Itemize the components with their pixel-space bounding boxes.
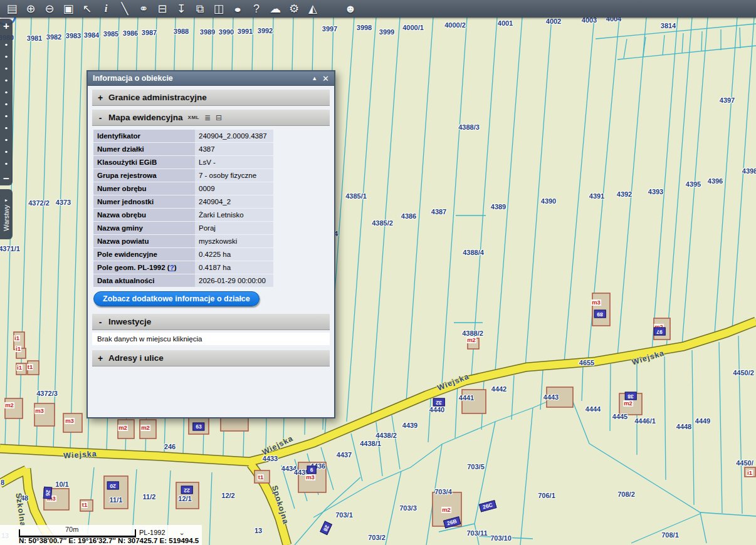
field-label: Data aktualności — [93, 274, 195, 287]
table-row: Numer obrębu0009 — [93, 182, 273, 195]
section-title: Granice administracyjne — [108, 93, 207, 102]
table-row: Data aktualności2026-01-29 00:00:00 — [93, 274, 273, 287]
table-row: Numer działki4387 — [93, 143, 273, 155]
zoom-out-icon[interactable]: ⊖ — [40, 1, 59, 17]
field-label: Numer obrębu — [93, 182, 195, 195]
field-label: Nazwa gminy — [93, 222, 195, 234]
zoom-slider-track[interactable] — [0, 36, 13, 168]
table-row: Identyfikator240904_2.0009.4387 — [93, 130, 273, 142]
xml-link[interactable]: XML — [188, 115, 199, 120]
table-row: Nazwa obrębuŻarki Letnisko — [93, 209, 273, 221]
field-label: Klasoużytki EGiB — [93, 156, 195, 169]
no-data-message: Brak danych w miejscu kliknięcia — [92, 333, 330, 345]
expand-arrow-icon: ▸ — [5, 197, 8, 203]
measure-icon[interactable]: ╲ — [115, 1, 134, 17]
table-row: Klasoużytki EGiBLsV - — [93, 156, 273, 169]
section-mapa-ewidencyjna[interactable]: - Mapa ewidencyjna XML ≣ ⊟ — [92, 110, 330, 126]
field-value: 240904_2 — [195, 195, 273, 208]
layers-tab-label: Warstwy — [3, 205, 10, 231]
field-label: Nazwa powiatu — [93, 235, 195, 247]
table-row: Numer jednostki240904_2 — [93, 195, 273, 208]
object-info-popup: Informacja o obiekcie ▲ ✕ + Granice admi… — [87, 70, 335, 418]
coordinates-marker-icon[interactable]: ↧ — [172, 1, 191, 17]
field-label: Pole geom. PL-1992 (?) — [93, 261, 195, 274]
section-inwestycje[interactable]: - Inwestycje — [92, 314, 330, 330]
field-label: Nazwa obrębu — [93, 209, 195, 221]
field-value: myszkowski — [195, 235, 273, 247]
popup-title: Informacja o obiekcie — [93, 74, 173, 83]
field-label: Pole ewidencyjne — [93, 248, 195, 261]
section-toggle[interactable]: + — [92, 93, 108, 103]
attribute-table: Identyfikator240904_2.0009.4387Numer dzi… — [93, 130, 273, 287]
section-title: Inwestycje — [108, 317, 151, 326]
zoom-out-button[interactable]: − — [0, 173, 13, 185]
field-label: Identyfikator — [93, 130, 195, 142]
section-toggle[interactable]: + — [92, 353, 108, 363]
table-row: Pole ewidencyjne0.4225 ha — [93, 248, 273, 261]
collapse-icon[interactable]: ▲ — [312, 75, 317, 81]
help-link[interactable]: ? — [170, 264, 174, 271]
list-icon[interactable]: ≣ — [204, 113, 211, 122]
pointer-icon[interactable]: ↖ — [78, 1, 97, 17]
field-value: 7 - osoby fizyczne — [195, 169, 273, 182]
palette-icon[interactable] — [322, 1, 341, 17]
field-value: 0009 — [195, 182, 273, 195]
copy-view-icon[interactable]: ⧉ — [191, 1, 209, 17]
table-row: Grupa rejestrowa7 - osoby fizyczne — [93, 169, 273, 182]
popup-titlebar[interactable]: Informacja o obiekcie ▲ ✕ — [88, 71, 334, 86]
table-row: Pole geom. PL-1992 (?)0.4187 ha — [93, 261, 273, 274]
section-title: Mapa ewidencyjna — [108, 113, 183, 122]
field-value: 240904_2.0009.4387 — [195, 130, 273, 142]
layers-icon[interactable]: ▤ — [3, 1, 21, 17]
section-toggle[interactable]: - — [92, 113, 108, 123]
field-label: Grupa rejestrowa — [93, 169, 195, 182]
north-arrow-icon[interactable]: ◭ — [303, 1, 322, 17]
scale-label: 70m — [65, 526, 78, 533]
field-value: 4387 — [195, 143, 273, 155]
annotation-icon[interactable]: ● — [225, 1, 251, 17]
field-value: 2026-01-29 00:00:00 — [195, 274, 273, 287]
table-row: Nazwa powiatumyszkowski — [93, 235, 273, 247]
section-title: Adresy i ulice — [108, 353, 164, 363]
link-icon[interactable]: ⚭ — [134, 1, 153, 17]
zoom-in-icon[interactable]: ⊕ — [21, 1, 40, 17]
full-extent-icon[interactable]: ▣ — [59, 1, 78, 17]
layers-panel-tab[interactable]: ▸ Warstwy — [0, 189, 13, 239]
chevron-down-icon: ⌄ — [179, 529, 185, 537]
field-value: Żarki Letnisko — [195, 209, 273, 221]
field-value: 0.4225 ha — [195, 248, 273, 261]
field-value: Poraj — [195, 222, 273, 234]
cloud-services-icon[interactable]: ☁ — [266, 1, 285, 17]
toolbar: ▤⊕⊖▣↖i╲⚭⊟↧⧉◫●?☁⚙◭☻ — [0, 0, 756, 18]
print-icon[interactable]: ⊟ — [153, 1, 172, 17]
user-comments-icon[interactable]: ☻ — [341, 1, 360, 17]
field-value: 0.4187 ha — [195, 261, 273, 274]
section-granice-administracyjne[interactable]: + Granice administracyjne — [92, 90, 330, 106]
field-value: LsV - — [195, 156, 273, 169]
statusbar: 70m PL-1992 ⌄ N: 50°38′00.7″ E: 19°16′32… — [0, 525, 202, 545]
section-adresy-i-ulice[interactable]: + Adresy i ulice — [92, 350, 330, 366]
field-label: Numer działki — [93, 143, 195, 155]
field-label: Numer jednostki — [93, 195, 195, 208]
settings-icon[interactable]: ⚙ — [285, 1, 303, 17]
more-info-button[interactable]: Zobacz dodatkowe informacje o działce — [93, 291, 260, 306]
zoom-slider[interactable]: + − — [0, 19, 13, 185]
projection-value: PL-1992 — [139, 529, 165, 536]
print-icon[interactable]: ⊟ — [216, 113, 222, 122]
section-toggle[interactable]: - — [92, 317, 108, 327]
popup-body: + Granice administracyjne - Mapa ewidenc… — [88, 86, 334, 374]
table-row: Nazwa gminyPoraj — [93, 222, 273, 234]
zoom-in-button[interactable]: + — [0, 20, 13, 33]
coordinates-readout: N: 50°38′00.7″ E: 19°16′32.7″ N: 307425.… — [19, 537, 199, 544]
info-icon[interactable]: i — [97, 1, 115, 17]
close-icon[interactable]: ✕ — [322, 74, 329, 83]
